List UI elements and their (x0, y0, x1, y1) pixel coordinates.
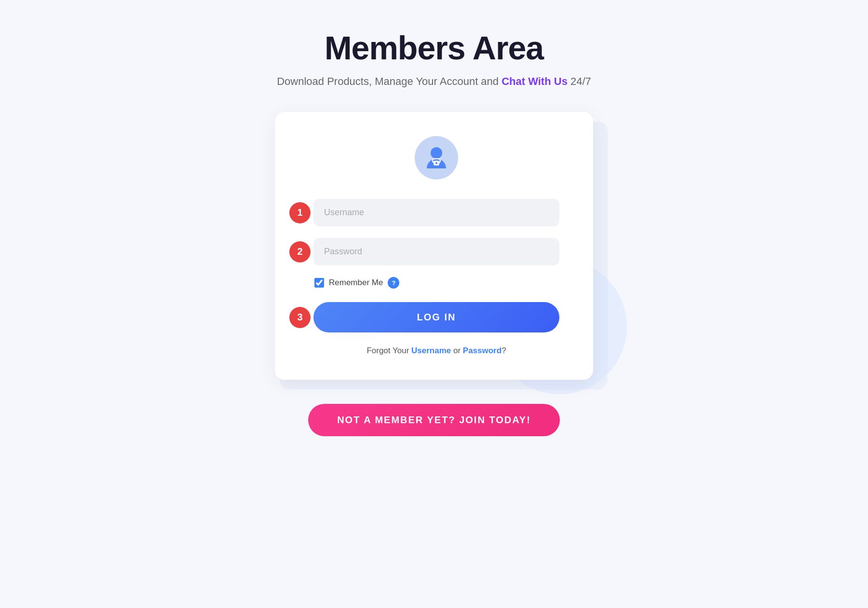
password-input[interactable] (313, 238, 559, 265)
step-3-badge: 3 (289, 307, 311, 328)
help-icon[interactable]: ? (388, 277, 399, 289)
card-wrapper: 1 2 Remember Me ? 3 LOG IN Forgot Your U… (270, 112, 598, 380)
forgot-username-link[interactable]: Username (411, 346, 451, 355)
avatar-container (313, 136, 559, 180)
login-button[interactable]: LOG IN (313, 302, 559, 332)
subtitle-text: Download Products, Manage Your Account a… (277, 75, 502, 87)
step-2-badge: 2 (289, 241, 311, 263)
remember-me-label: Remember Me (329, 278, 383, 288)
page-subtitle: Download Products, Manage Your Account a… (277, 75, 591, 88)
forgot-text: Forgot Your Username or Password? (313, 346, 559, 356)
forgot-password-link[interactable]: Password (463, 346, 502, 355)
page-title: Members Area (325, 29, 543, 67)
login-card: 1 2 Remember Me ? 3 LOG IN Forgot Your U… (275, 112, 593, 380)
remember-me-checkbox[interactable] (314, 278, 324, 288)
user-lock-icon (422, 143, 451, 172)
step-1-badge: 1 (289, 202, 311, 223)
join-button[interactable]: NOT A MEMBER YET? JOIN TODAY! (308, 404, 560, 436)
svg-point-3 (435, 162, 437, 164)
forgot-prefix: Forgot Your (366, 346, 411, 355)
username-input[interactable] (313, 199, 559, 226)
chat-link[interactable]: Chat With Us (502, 75, 568, 87)
avatar (415, 136, 458, 180)
password-field-row: 2 (313, 238, 559, 265)
username-field-row: 1 (313, 199, 559, 226)
join-button-container: NOT A MEMBER YET? JOIN TODAY! (308, 404, 560, 436)
subtitle-after: 24/7 (568, 75, 591, 87)
login-row: 3 LOG IN (313, 302, 559, 332)
svg-point-0 (431, 147, 442, 159)
remember-me-row: Remember Me ? (313, 277, 559, 289)
forgot-or: or (451, 346, 463, 355)
forgot-suffix: ? (502, 346, 506, 355)
